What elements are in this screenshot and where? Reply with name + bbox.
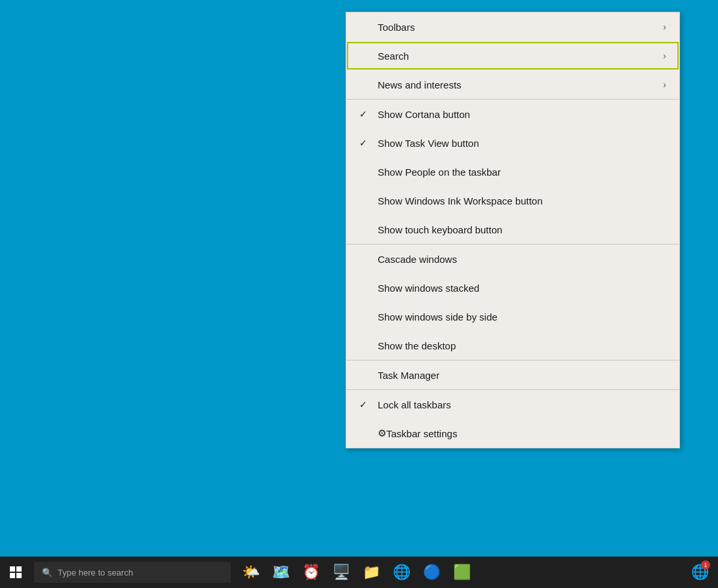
menu-item-lock-taskbars[interactable]: ✓Lock all taskbars — [346, 390, 679, 419]
menu-item-show-ink[interactable]: Show Windows Ink Workspace button — [346, 186, 679, 215]
taskbar-search-box[interactable]: 🔍 Type here to search — [34, 562, 231, 583]
alarm-icon: ⏰ — [302, 564, 320, 581]
monitor2-icon: 🖥️ — [332, 564, 350, 581]
chevron-right-icon: › — [663, 79, 666, 90]
menu-item-label: Lock all taskbars — [378, 399, 666, 410]
taskbar-icon-map[interactable]: 🗺️ — [266, 557, 295, 588]
notification-badge: 1 — [701, 560, 710, 570]
menu-item-taskbar-settings[interactable]: ⚙Taskbar settings — [346, 419, 679, 448]
menu-item-show-people[interactable]: Show People on the taskbar — [346, 157, 679, 186]
menu-item-label: Toolbars — [378, 22, 663, 33]
chrome2-icon: 🔵 — [423, 564, 441, 581]
menu-item-show-stacked[interactable]: Show windows stacked — [346, 273, 679, 302]
taskbar-tray: 🌐 1 — [687, 557, 718, 588]
check-icon: ✓ — [359, 138, 378, 148]
menu-item-label: Taskbar settings — [386, 428, 666, 439]
menu-item-label: Show Task View button — [378, 138, 666, 149]
start-button[interactable] — [0, 557, 31, 588]
menu-item-label: Show the desktop — [378, 340, 666, 351]
windows-logo-icon — [10, 566, 22, 578]
search-placeholder: Type here to search — [58, 568, 133, 578]
check-icon: ✓ — [359, 399, 378, 410]
search-icon: 🔍 — [42, 568, 52, 578]
weather-car-icon: 🌤️ — [242, 564, 260, 581]
menu-item-label: Show windows side by side — [378, 311, 666, 323]
menu-item-label: Search — [378, 50, 663, 62]
taskbar-icon-alarm[interactable]: ⏰ — [296, 557, 325, 588]
menu-item-label: Show touch keyboard button — [378, 224, 666, 235]
app2-icon: 🟩 — [453, 564, 471, 581]
menu-item-search[interactable]: Search› — [346, 41, 679, 70]
menu-item-show-side-by-side[interactable]: Show windows side by side — [346, 302, 679, 331]
menu-item-label: Task Manager — [378, 370, 666, 381]
gear-icon: ⚙ — [378, 427, 386, 439]
menu-item-toolbars[interactable]: Toolbars› — [346, 12, 679, 41]
map-icon: 🗺️ — [272, 564, 290, 581]
menu-item-show-taskview[interactable]: ✓Show Task View button — [346, 128, 679, 157]
menu-item-label: Show Windows Ink Workspace button — [378, 195, 666, 206]
menu-item-show-desktop[interactable]: Show the desktop — [346, 331, 679, 360]
menu-item-label: Show windows stacked — [378, 283, 666, 294]
taskbar-icon-browser[interactable]: 🌐 — [387, 557, 416, 588]
context-menu: Toolbars›Search›News and interests›✓Show… — [346, 12, 680, 448]
menu-item-show-cortana[interactable]: ✓Show Cortana button — [346, 100, 679, 128]
taskbar-pinned-icons: 🌤️🗺️⏰🖥️📁🌐🔵🟩 — [236, 557, 476, 588]
check-icon: ✓ — [359, 109, 378, 119]
menu-item-label: Show Cortana button — [378, 109, 666, 120]
menu-item-task-manager[interactable]: Task Manager — [346, 361, 679, 389]
taskbar-icon-folder2[interactable]: 📁 — [357, 557, 386, 588]
browser-icon: 🌐 — [393, 564, 410, 581]
desktop: Toolbars›Search›News and interests›✓Show… — [0, 0, 718, 588]
tray-notification-icon[interactable]: 🌐 1 — [687, 557, 713, 588]
menu-item-news-interests[interactable]: News and interests› — [346, 70, 679, 99]
menu-item-show-touch-keyboard[interactable]: Show touch keyboard button — [346, 215, 679, 244]
menu-item-label: News and interests — [378, 79, 663, 90]
menu-item-label: Cascade windows — [378, 254, 666, 265]
folder2-icon: 📁 — [363, 564, 380, 581]
menu-item-label: Show People on the taskbar — [378, 167, 666, 178]
taskbar-icon-app2[interactable]: 🟩 — [447, 557, 476, 588]
taskbar-icon-weather-car[interactable]: 🌤️ — [236, 557, 265, 588]
chevron-right-icon: › — [663, 50, 666, 61]
menu-item-cascade-windows[interactable]: Cascade windows — [346, 245, 679, 273]
chevron-right-icon: › — [663, 22, 666, 32]
taskbar-icon-monitor2[interactable]: 🖥️ — [327, 557, 355, 588]
taskbar-icon-chrome2[interactable]: 🔵 — [417, 557, 446, 588]
taskbar: 🔍 Type here to search 🌤️🗺️⏰🖥️📁🌐🔵🟩 🌐 1 — [0, 557, 718, 588]
